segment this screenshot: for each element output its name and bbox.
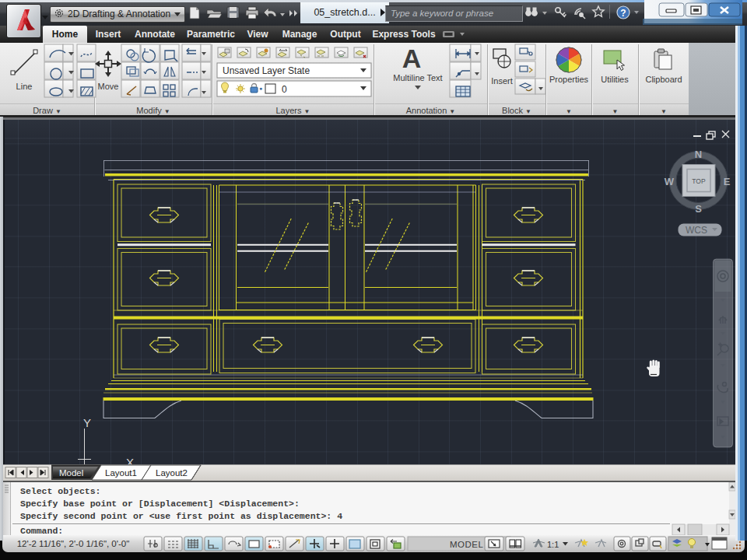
svg-text:1:1: 1:1: [547, 540, 559, 549]
svg-text:S: S: [695, 203, 702, 215]
svg-text:Layout1: Layout1: [105, 468, 137, 478]
svg-text:Layout2: Layout2: [156, 468, 188, 478]
svg-text:TOP: TOP: [692, 177, 706, 185]
svg-text:E: E: [724, 176, 731, 187]
svg-text:Y: Y: [83, 416, 91, 429]
svg-text:W: W: [665, 176, 675, 187]
svg-text:WCS: WCS: [686, 225, 707, 236]
svg-text:N: N: [695, 149, 702, 160]
svg-text:Model: Model: [59, 468, 83, 478]
svg-text:MODEL: MODEL: [450, 540, 484, 549]
